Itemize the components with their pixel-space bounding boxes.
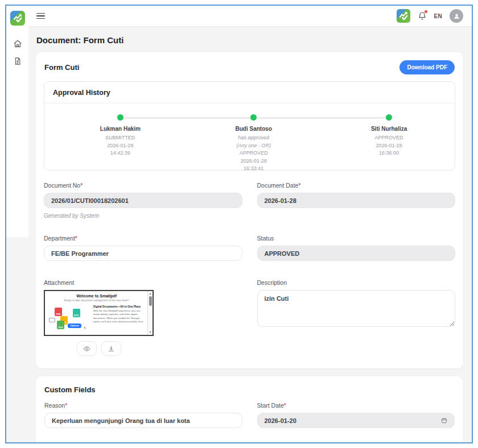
approval-time: 14:42:39: [75, 150, 166, 157]
status-field: APPROVED: [257, 246, 456, 261]
document-no-helper: Generated by System: [44, 213, 242, 219]
approval-step-dot: [250, 114, 257, 121]
approval-status: SUBMITTED: [75, 134, 166, 142]
sidebar: [6, 6, 28, 442]
cursor-icon: ↖: [84, 326, 86, 330]
user-avatar[interactable]: [450, 9, 463, 23]
folder-icon: [49, 318, 55, 322]
custom-fields-title: Custom Fields: [44, 385, 455, 394]
document-date-label: Document Date*: [257, 182, 456, 189]
main-area: EN Document: Form Cuti Form Cuti Downloa…: [28, 6, 472, 442]
app-window: EN Document: Form Cuti Form Cuti Downloa…: [5, 5, 473, 443]
attachment-label: Attachment: [44, 279, 242, 286]
page-title: Document: Form Cuti: [36, 35, 463, 45]
notifications-bell-icon[interactable]: [418, 11, 427, 20]
calendar-icon: [441, 417, 447, 424]
pdf-section-title: Digital Documents—All in One Place: [93, 305, 145, 308]
approval-timeline: Lukman Hakim SUBMITTED 2026-01-28 14:42:…: [44, 112, 455, 170]
start-date-field: 2026-01-20: [257, 413, 455, 428]
upload-button-graphic: Upload: [68, 323, 81, 328]
approval-history-panel: Approval History Lukman Hakim SUBMITTED …: [44, 81, 455, 171]
approval-date: 2026-01-28: [208, 157, 299, 165]
custom-fields-card: Custom Fields Reason* Keperluan mengunju…: [36, 376, 463, 443]
start-date-label: Start Date*: [257, 402, 455, 409]
trend-check-logo-icon: [12, 13, 23, 24]
department-label: Department*: [44, 235, 242, 242]
eye-icon: [83, 345, 90, 352]
document-no-field: 2026/01/CUTI00018202601: [44, 193, 242, 208]
approval-history-title: Approval History: [44, 82, 455, 103]
approval-step: Lukman Hakim SUBMITTED 2026-01-28 14:42:…: [75, 114, 166, 157]
status-label: Status: [257, 235, 456, 242]
notification-badge: [424, 10, 428, 14]
reason-label: Reason*: [44, 402, 242, 409]
home-icon[interactable]: [13, 39, 22, 48]
department-field[interactable]: FE/BE Programmer: [44, 246, 242, 261]
language-selector[interactable]: EN: [434, 13, 443, 19]
topbar: EN: [28, 6, 472, 27]
card-title: Form Cuti: [44, 63, 79, 72]
person-icon: [453, 13, 460, 20]
download-pdf-button[interactable]: Download PDF: [399, 60, 455, 74]
approval-step: Siti Nurhaliza APPROVED 2026-01-28 16:36…: [344, 114, 435, 157]
approval-step-dot: [386, 114, 392, 121]
approval-rule: (Any one - OR): [208, 142, 299, 150]
trend-check-logo-icon: [398, 10, 409, 22]
form-cuti-card: Form Cuti Download PDF Approval History …: [36, 52, 463, 368]
approval-status: APPROVED: [208, 150, 299, 157]
documents-icon[interactable]: [13, 57, 22, 65]
attachment-pdf-preview[interactable]: Welcome to Smallpdf Ready to take docume…: [44, 290, 154, 336]
scroll-up-icon[interactable]: ▲: [149, 292, 152, 295]
approval-time: 16:36:00: [344, 150, 435, 157]
page-content: Document: Form Cuti Form Cuti Download P…: [28, 27, 472, 443]
approval-time: 16:33:41: [208, 165, 299, 173]
approval-date: 2026-01-28: [75, 142, 166, 150]
description-label: Description: [257, 279, 456, 286]
pdf-title: Welcome to Smallpdf: [48, 294, 145, 298]
pdf-subtitle: Ready to take document management to the…: [48, 299, 145, 302]
approval-step: Budi Santoso has approved (Any one - OR)…: [208, 114, 299, 173]
description-textarea[interactable]: izin Cuti: [257, 290, 456, 327]
doc-file-badge: DOC: [73, 309, 80, 317]
approval-date: 2026-01-28: [344, 142, 435, 150]
scroll-thumb[interactable]: [149, 296, 152, 306]
approval-note: has approved: [208, 134, 299, 142]
reason-field[interactable]: Keperluan mengunjungi Orang tua di luar …: [44, 413, 242, 428]
pdf-section-body: With the new Smallpdf experience, you ca…: [93, 309, 145, 325]
end-date-label: End Date*: [44, 443, 242, 443]
pdf-file-badge: PDF: [55, 308, 62, 316]
topbar-logo: [397, 9, 410, 23]
approver-name: Budi Santoso: [208, 126, 299, 132]
scroll-down-icon[interactable]: ▼: [149, 331, 152, 334]
no-of-days-label: No. of Days*: [257, 443, 455, 443]
approval-status: APPROVED: [344, 134, 435, 142]
download-icon: [108, 345, 115, 352]
app-logo[interactable]: [10, 11, 25, 26]
preview-attachment-button[interactable]: [77, 341, 97, 356]
document-date-field: 2026-01-28: [257, 193, 456, 208]
approver-name: Siti Nurhaliza: [344, 126, 435, 132]
xls-file-badge: XLS: [57, 321, 64, 329]
pdf-illustration: PDF JPG DOC XLS Upload ↖: [48, 305, 90, 329]
approval-step-dot: [117, 114, 123, 121]
document-no-label: Document No*: [44, 182, 242, 189]
menu-icon[interactable]: [36, 13, 45, 19]
pdf-scrollbar[interactable]: ▲ ▼: [147, 291, 153, 335]
approver-name: Lukman Hakim: [75, 126, 166, 132]
download-attachment-button[interactable]: [101, 341, 121, 356]
